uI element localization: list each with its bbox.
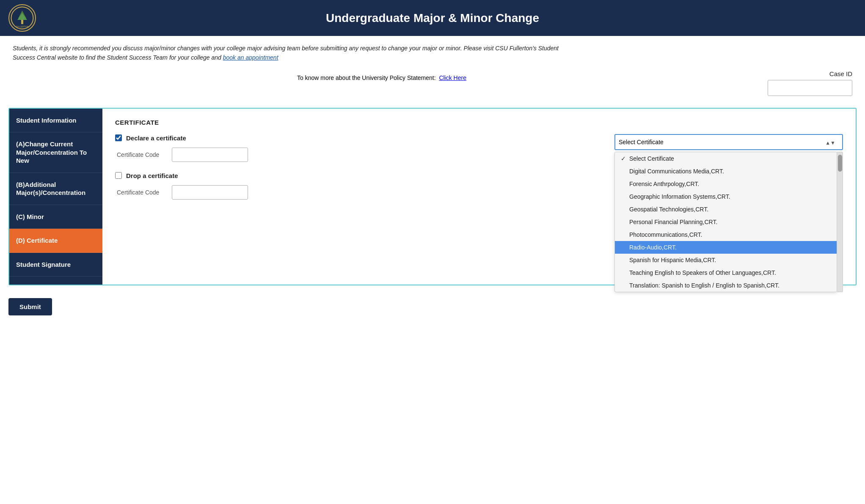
drop-code-input[interactable]: [172, 185, 248, 200]
case-id-box: Case ID: [759, 70, 852, 96]
university-logo: FULLERTON: [8, 4, 36, 32]
svg-text:FULLERTON: FULLERTON: [16, 25, 29, 28]
sidebar-item-student-info[interactable]: Student Information: [9, 109, 102, 133]
dropdown-option-translation[interactable]: ✓ Translation: Spanish to English / Engl…: [615, 279, 837, 292]
dropdown-option-digital[interactable]: ✓ Digital Communications Media,CRT.: [615, 165, 837, 178]
option-label: Radio-Audio,CRT.: [629, 244, 677, 251]
drop-checkbox[interactable]: [115, 172, 122, 179]
main-form: Student Information (A)Change Current Ma…: [8, 108, 857, 285]
dropdown-option-geospatial[interactable]: ✓ Geospatial Technologies,CRT.: [615, 203, 837, 216]
scrollbar-thumb[interactable]: [838, 155, 842, 172]
check-icon: ✓: [621, 155, 626, 162]
dropdown-option-teaching[interactable]: ✓ Teaching English to Speakers of Other …: [615, 266, 837, 279]
body-content: Students, it is strongly recommended you…: [0, 36, 865, 100]
certificate-select-wrap: Select Certificate ▲▼: [614, 134, 843, 152]
drop-code-label: Certificate Code: [117, 189, 172, 196]
case-id-label: Case ID: [829, 70, 852, 77]
dropdown-option-forensic[interactable]: ✓ Forensic Anthrpology,CRT.: [615, 178, 837, 190]
submit-button[interactable]: Submit: [8, 298, 52, 315]
cert-checkbox-group: Declare a certificate Certificate Code D…: [115, 134, 259, 208]
dropdown-option-photo[interactable]: ✓ Photocommunications,CRT.: [615, 228, 837, 241]
declare-code-row: Certificate Code: [115, 148, 259, 162]
drop-checkbox-row: Drop a certificate: [115, 172, 259, 179]
drop-label: Drop a certificate: [126, 172, 178, 179]
case-id-input[interactable]: [768, 80, 852, 96]
sidebar-item-minor[interactable]: (C) Minor: [9, 205, 102, 229]
dropdown-option-radio[interactable]: ✓ Radio-Audio,CRT.: [615, 241, 837, 254]
declare-checkbox-row: Declare a certificate: [115, 134, 259, 142]
scrollbar-track[interactable]: [837, 152, 843, 292]
declare-label: Declare a certificate: [126, 134, 186, 142]
option-label: Teaching English to Speakers of Other La…: [629, 269, 776, 276]
dropdown-option-financial[interactable]: ✓ Personal Financial Planning,CRT.: [615, 216, 837, 228]
declare-checkbox[interactable]: [115, 134, 122, 141]
submit-area: Submit: [0, 290, 865, 324]
sidebar-item-student-signature[interactable]: Student Signature: [9, 253, 102, 277]
sidebar: Student Information (A)Change Current Ma…: [9, 109, 102, 285]
option-label: Photocommunications,CRT.: [629, 231, 702, 238]
dropdown-option-spanish-media[interactable]: ✓ Spanish for Hispanic Media,CRT.: [615, 254, 837, 266]
book-appointment-link[interactable]: book an appointment: [223, 54, 278, 61]
dropdown-area: Select Certificate ▲▼ ✓ Select Certifica…: [614, 134, 843, 292]
page-header: FULLERTON Undergraduate Major & Minor Ch…: [0, 0, 865, 36]
policy-label: To know more about the University Policy…: [297, 74, 436, 81]
drop-code-row: Certificate Code: [115, 185, 259, 200]
option-label: Geographic Information Systems,CRT.: [629, 193, 730, 200]
dropdown-option-select[interactable]: ✓ Select Certificate: [615, 152, 837, 165]
certificate-dropdown-list-wrap: ✓ Select Certificate ✓ Digital Communica…: [614, 152, 843, 292]
certificate-dropdown-list: ✓ Select Certificate ✓ Digital Communica…: [614, 152, 837, 292]
intro-paragraph: Students, it is strongly recommended you…: [13, 44, 563, 63]
sidebar-item-certificate[interactable]: (D) Certificate: [9, 229, 102, 253]
certificate-select-top[interactable]: Select Certificate: [614, 134, 843, 150]
dropdown-option-geographic[interactable]: ✓ Geographic Information Systems,CRT.: [615, 190, 837, 203]
policy-statement-area: To know more about the University Policy…: [13, 74, 751, 81]
content-area: CERTIFICATE Declare a certificate Certif…: [102, 109, 856, 285]
option-label: Geospatial Technologies,CRT.: [629, 206, 708, 213]
declare-code-label: Certificate Code: [117, 151, 172, 158]
click-here-link[interactable]: Click Here: [439, 74, 466, 81]
sidebar-item-additional-major[interactable]: (B)Additional Major(s)/Concentration: [9, 173, 102, 205]
option-label: Spanish for Hispanic Media,CRT.: [629, 257, 716, 263]
option-label: Forensic Anthrpology,CRT.: [629, 181, 699, 187]
sidebar-item-change-major[interactable]: (A)Change Current Major/Concentration To…: [9, 132, 102, 173]
policy-row: To know more about the University Policy…: [13, 70, 852, 96]
declare-code-input[interactable]: [172, 148, 248, 162]
option-label: Personal Financial Planning,CRT.: [629, 219, 717, 225]
option-label: Select Certificate: [629, 155, 674, 162]
option-label: Digital Communications Media,CRT.: [629, 168, 724, 175]
page-title: Undergraduate Major & Minor Change: [36, 11, 857, 25]
option-label: Translation: Spanish to English / Englis…: [629, 282, 780, 289]
section-title: CERTIFICATE: [115, 119, 843, 126]
